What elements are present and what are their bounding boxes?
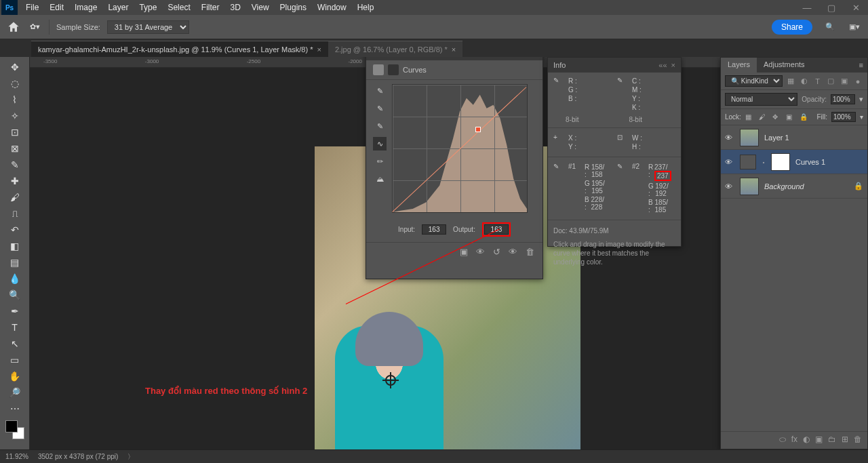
blend-mode-select[interactable]: Normal: [725, 93, 797, 106]
menu-view[interactable]: View: [246, 1, 275, 14]
tab-close-icon[interactable]: ×: [317, 45, 321, 54]
layer-mask-thumbnail[interactable]: [771, 153, 790, 171]
tab-doc-1[interactable]: kamyar-ghalamchi-AmuzHI_2r-k-unsplash.jp…: [31, 41, 328, 57]
filter-smart-icon[interactable]: ▣: [839, 76, 850, 87]
filter-type-icon[interactable]: T: [812, 76, 823, 87]
color-sampler-icon[interactable]: [385, 375, 396, 386]
visibility-icon[interactable]: 👁: [725, 158, 734, 166]
curves-histogram[interactable]: [392, 84, 528, 213]
menu-select[interactable]: Select: [162, 1, 195, 14]
trash-icon[interactable]: 🗑: [854, 435, 862, 446]
menu-edit[interactable]: Edit: [44, 1, 69, 14]
filter-kind-select[interactable]: 🔍 KindKind: [725, 75, 783, 87]
curve-point[interactable]: [475, 127, 481, 132]
lasso-tool-icon[interactable]: ⌇: [7, 92, 23, 107]
tab-doc-2[interactable]: 2.jpg @ 16.7% (Layer 0, RGB/8) * ×: [328, 41, 462, 57]
menu-file[interactable]: File: [20, 1, 44, 14]
sample-white-icon[interactable]: ✎: [373, 84, 387, 98]
menu-3d[interactable]: 3D: [224, 1, 245, 14]
new-layer-icon[interactable]: ⊞: [842, 435, 848, 446]
search-icon[interactable]: 🔍: [823, 20, 837, 34]
curve-draw-icon[interactable]: ✏: [373, 155, 387, 168]
lock-artboard-icon[interactable]: ▣: [786, 113, 795, 121]
visibility-icon[interactable]: 👁: [725, 182, 734, 190]
menu-image[interactable]: Image: [69, 1, 102, 14]
home-icon[interactable]: [7, 20, 20, 34]
blur-tool-icon[interactable]: 💧: [7, 271, 23, 286]
eyedropper-tool-icon[interactable]: ✿▾: [27, 20, 42, 35]
marquee-tool-icon[interactable]: ◌: [7, 76, 23, 91]
layer-row[interactable]: 👁 ⬩ Curves 1: [721, 150, 867, 174]
panel-menu-icon[interactable]: ≡: [855, 61, 867, 69]
pen-tool-icon[interactable]: ✒: [7, 304, 23, 319]
adjustment-icon[interactable]: ▣: [815, 435, 823, 446]
lock-transparent-icon[interactable]: ▦: [745, 113, 755, 121]
magic-wand-tool-icon[interactable]: ✧: [7, 108, 23, 123]
frame-tool-icon[interactable]: ⊠: [7, 141, 23, 156]
fill-dropdown-icon[interactable]: ▾: [860, 113, 863, 121]
workspace-icon[interactable]: ▣▾: [848, 20, 861, 34]
layer-name[interactable]: Layer 1: [764, 134, 789, 142]
more-tool-icon[interactable]: ⋯: [7, 401, 23, 416]
opacity-field[interactable]: [831, 94, 855, 104]
menu-type[interactable]: Type: [134, 1, 162, 14]
rectangle-tool-icon[interactable]: ▭: [7, 353, 23, 367]
status-chevron-icon[interactable]: 〉: [127, 452, 134, 462]
adjustments-tab[interactable]: Adjustments: [757, 58, 812, 73]
layer-thumbnail[interactable]: [740, 129, 759, 146]
dodge-tool-icon[interactable]: 🔍: [7, 287, 23, 302]
input-field[interactable]: [422, 224, 446, 235]
share-button[interactable]: Share: [772, 20, 812, 35]
tab-close-icon[interactable]: ×: [452, 45, 456, 54]
curve-point-icon[interactable]: ∿: [373, 137, 387, 150]
visibility-icon[interactable]: 👁: [725, 134, 734, 142]
foreground-color-swatch[interactable]: [5, 420, 18, 432]
menu-layer[interactable]: Layer: [102, 1, 134, 14]
fx-icon[interactable]: fx: [791, 435, 797, 446]
panel-close-icon[interactable]: ×: [671, 61, 675, 69]
clip-icon[interactable]: ▣: [460, 247, 468, 257]
layer-thumbnail[interactable]: [740, 178, 759, 195]
panel-collapse-icon[interactable]: ««: [658, 61, 667, 69]
toggle-visibility-icon[interactable]: 👁: [509, 247, 517, 257]
sample-black-icon[interactable]: ✎: [373, 119, 387, 133]
opacity-dropdown-icon[interactable]: ▾: [859, 95, 863, 104]
delete-icon[interactable]: 🗑: [526, 247, 534, 257]
lock-all-icon[interactable]: 🔒: [800, 113, 809, 121]
fill-field[interactable]: [831, 112, 856, 122]
window-maximize-icon[interactable]: ▢: [819, 0, 844, 15]
curve-smooth-icon[interactable]: ⛰: [373, 172, 387, 186]
lock-position-icon[interactable]: ✥: [772, 113, 782, 121]
link-icon[interactable]: ⬩: [762, 158, 766, 165]
menu-filter[interactable]: Filter: [196, 1, 225, 14]
mask-icon[interactable]: ◐: [803, 435, 810, 446]
layer-row[interactable]: 👁 Layer 1: [721, 125, 867, 150]
group-icon[interactable]: 🗀: [828, 435, 836, 446]
sample-gray-icon[interactable]: ✎: [373, 102, 387, 115]
link-layers-icon[interactable]: ⬭: [779, 435, 786, 446]
clone-stamp-tool-icon[interactable]: ⎍: [7, 206, 23, 221]
healing-brush-tool-icon[interactable]: ✚: [7, 174, 23, 188]
menu-plugins[interactable]: Plugins: [275, 1, 312, 14]
filter-pixel-icon[interactable]: ▦: [785, 76, 796, 87]
brush-tool-icon[interactable]: 🖌: [7, 190, 23, 205]
layer-name[interactable]: Curves 1: [795, 158, 825, 166]
zoom-level[interactable]: 11.92%: [5, 453, 28, 460]
window-close-icon[interactable]: ✕: [844, 0, 868, 15]
layer-row[interactable]: 👁 Background 🔒: [721, 174, 867, 199]
color-swatches[interactable]: [5, 420, 24, 439]
hand-tool-icon[interactable]: ✋: [7, 369, 23, 384]
menu-help[interactable]: Help: [352, 1, 380, 14]
filter-adjust-icon[interactable]: ◐: [799, 76, 810, 87]
move-tool-icon[interactable]: ✥: [7, 60, 23, 75]
type-tool-icon[interactable]: T: [7, 320, 23, 335]
lock-pixels-icon[interactable]: 🖌: [759, 113, 768, 121]
canvas-area[interactable]: -3500-3000-2500-2000-1500-1000-50001700 …: [30, 57, 868, 449]
eyedropper-tool-icon[interactable]: ✎: [7, 157, 23, 172]
adjustment-thumbnail[interactable]: [740, 155, 756, 169]
filter-shape-icon[interactable]: ▢: [825, 76, 836, 87]
view-previous-icon[interactable]: 👁: [476, 247, 485, 257]
layers-tab[interactable]: Layers: [721, 58, 757, 73]
path-select-tool-icon[interactable]: ↖: [7, 336, 23, 351]
layer-name[interactable]: Background: [764, 182, 804, 190]
